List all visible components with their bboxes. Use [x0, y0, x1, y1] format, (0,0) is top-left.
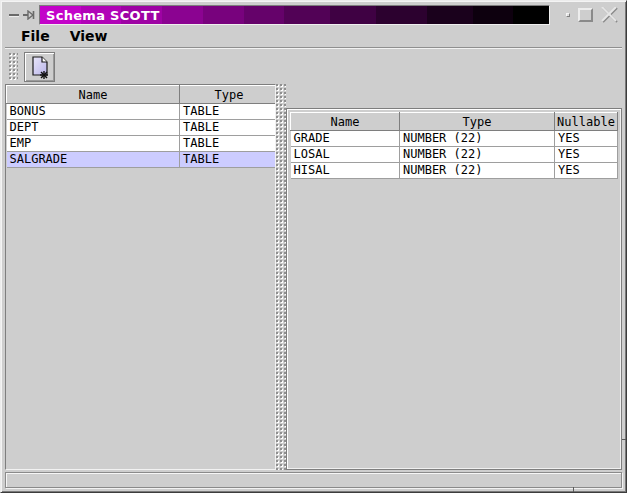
- menu-view[interactable]: View: [62, 26, 116, 46]
- window-menu-dot-icon[interactable]: [566, 13, 570, 17]
- table-row[interactable]: BONUSTABLE: [7, 104, 277, 120]
- maximize-icon[interactable]: [578, 8, 593, 22]
- resize-grip[interactable]: [573, 487, 574, 492]
- titlebar-buttons: [550, 5, 622, 25]
- menu-file[interactable]: File: [13, 26, 58, 46]
- column-header[interactable]: Name: [291, 113, 400, 131]
- app-window: Schema SCOTT File View: [0, 0, 627, 493]
- table-row[interactable]: GRADENUMBER (22)YES: [291, 131, 618, 147]
- detail-panel: Columns Primary Foreign NameTypeNullable…: [286, 84, 622, 470]
- titlebar: Schema SCOTT: [5, 5, 622, 25]
- schema-objects-panel: NameType BONUSTABLEDEPTTABLEEMPTABLESALG…: [5, 84, 276, 470]
- columns-table: NameTypeNullable GRADENUMBER (22)YESLOSA…: [290, 112, 618, 179]
- toolbar-drag-handle[interactable]: [9, 53, 18, 81]
- new-document-icon: [29, 55, 51, 79]
- new-object-button[interactable]: [24, 52, 55, 82]
- column-header[interactable]: Nullable: [555, 113, 618, 131]
- column-header[interactable]: Name: [7, 86, 180, 104]
- close-icon[interactable]: [601, 7, 619, 23]
- table-header-row: NameTypeNullable: [291, 113, 618, 131]
- titlebar-left-icons: [5, 5, 39, 25]
- window-title[interactable]: Schema SCOTT: [39, 5, 550, 25]
- columns-tab-content: NameTypeNullable GRADENUMBER (22)YESLOSA…: [286, 108, 622, 470]
- table-row[interactable]: EMPTABLE: [7, 136, 277, 152]
- iconify-icon[interactable]: [8, 10, 20, 20]
- split-divider[interactable]: [276, 84, 286, 470]
- table-header-row: NameType: [7, 86, 277, 104]
- main-split: NameType BONUSTABLEDEPTTABLEEMPTABLESALG…: [5, 84, 622, 470]
- column-header[interactable]: Type: [400, 113, 555, 131]
- menubar: File View: [5, 25, 622, 48]
- table-row[interactable]: DEPTTABLE: [7, 120, 277, 136]
- toolbar: [5, 49, 622, 84]
- pin-icon[interactable]: [23, 10, 37, 20]
- table-row[interactable]: HISALNUMBER (22)YES: [291, 163, 618, 179]
- status-bar: [5, 472, 622, 488]
- column-header[interactable]: Type: [180, 86, 277, 104]
- table-row[interactable]: LOSALNUMBER (22)YES: [291, 147, 618, 163]
- detail-tabs: Columns Primary Foreign: [286, 85, 622, 108]
- schema-objects-table: NameType BONUSTABLEDEPTTABLEEMPTABLESALG…: [6, 85, 276, 168]
- table-row[interactable]: SALGRADETABLE: [7, 152, 277, 168]
